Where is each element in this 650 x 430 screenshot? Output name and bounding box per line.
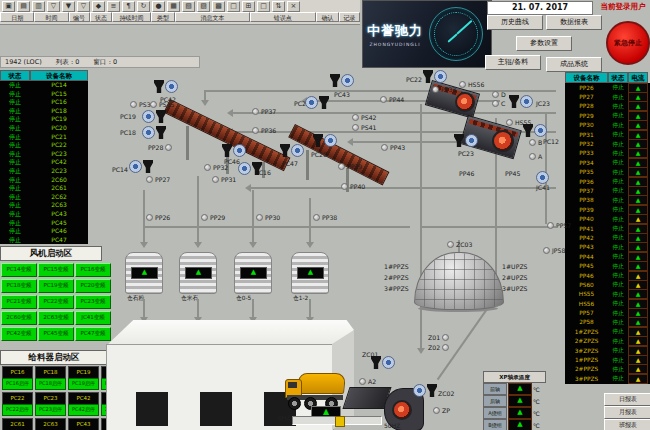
machine-PC18[interactable] (142, 126, 166, 139)
fan-start-button-PC45变频[interactable]: PC45变频 (38, 327, 74, 341)
fan-start-button-PC19变频[interactable]: PC19变频 (38, 279, 74, 293)
equipment-name: PC42 (30, 158, 88, 167)
toolbar-icon[interactable]: ▧ (182, 1, 195, 12)
diagram-label-PP57: PP57 (547, 222, 571, 229)
fan-icon (129, 160, 142, 173)
status-dot-icon (380, 96, 387, 103)
machine-PC46[interactable] (222, 144, 246, 157)
toolbar-icon[interactable]: ⇅ (272, 1, 285, 12)
toolbar-icon[interactable]: ▨ (197, 1, 210, 12)
equipment-status: 停止 (608, 299, 628, 308)
status-list-count: 列表：0 (56, 58, 80, 67)
status-dot-icon (506, 119, 513, 126)
feeder-start-button-PC23[interactable]: PC23启停 (35, 404, 66, 416)
nav-button-成品系统[interactable]: 成品系统 (546, 57, 602, 72)
fan-start-button-PC14变频[interactable]: PC14变频 (1, 263, 37, 277)
nav-button-历史曲线[interactable]: 历史曲线 (487, 15, 543, 30)
toolbar-icon[interactable]: ▣ (2, 1, 15, 12)
report-button-月报表[interactable]: 月报表 (604, 406, 650, 419)
machine-PC19[interactable] (142, 110, 166, 123)
feeder-zone-title: 给料器启动区 (0, 350, 108, 365)
equipment-status: 停止 (0, 167, 30, 176)
equipment-row: 停止PC23 (0, 150, 88, 159)
feeder-start-button-PC18[interactable]: PC18启停 (35, 378, 66, 390)
toolbar-icon[interactable]: ⊞ (242, 1, 255, 12)
nav-button-主辊/备料[interactable]: 主辊/备料 (485, 55, 541, 70)
equipment-row: 3#ZPZS停止▲ (565, 346, 650, 355)
fan-start-button-PC23变频[interactable]: PC23变频 (75, 295, 111, 309)
fan-start-button-PC18变频[interactable]: PC18变频 (1, 279, 37, 293)
report-button-日报表[interactable]: 日报表 (604, 393, 650, 406)
hopper-icon (509, 95, 519, 108)
toolbar-icon[interactable]: × (287, 1, 300, 12)
equipment-name: PC43 (30, 210, 88, 219)
toolbar-icon[interactable]: ▽ (47, 1, 60, 12)
machine-PC12[interactable] (523, 124, 547, 137)
brand-subtitle: ZHONGYUDINGLI (369, 42, 420, 47)
equipment-row: PP46停止▲ (565, 271, 650, 280)
machine-PC14[interactable] (129, 160, 153, 173)
current-user-label: 当前登录用户 (596, 2, 650, 12)
toolbar-icon[interactable]: ▼ (62, 1, 75, 12)
fan-start-button-PC22变频[interactable]: PC22变频 (38, 295, 74, 309)
nav-button-参数设置[interactable]: 参数设置 (516, 36, 572, 51)
toolbar-icon[interactable]: ▥ (32, 1, 45, 12)
fan-start-button-PC21变频[interactable]: PC21变频 (1, 295, 37, 309)
diagram-label-2#PPZS: 2#PPZS (384, 275, 409, 281)
equipment-name: 3#ZPZS (565, 348, 608, 354)
machine-PC43[interactable] (330, 74, 354, 87)
toolbar-icon[interactable]: ↻ (137, 1, 150, 12)
toolbar-icon[interactable]: ▽ (77, 1, 90, 12)
toolbar-icon[interactable]: □ (257, 1, 270, 12)
warehouse-door (136, 392, 168, 426)
status-dot-icon (529, 139, 536, 146)
equipment-row: 停止PC18 (0, 107, 88, 116)
machine-PC47[interactable] (280, 144, 304, 157)
fan-start-button-2C60变频[interactable]: 2C60变频 (1, 311, 37, 325)
feeder-start-button-PC22[interactable]: PC22启停 (2, 404, 33, 416)
machine-PC23[interactable] (454, 134, 478, 147)
machine-PC21[interactable] (305, 96, 329, 109)
status-dot-icon (442, 344, 449, 351)
fan-start-button-PC20变频[interactable]: PC20变频 (75, 279, 111, 293)
nav-button-数据报表[interactable]: 数据报表 (546, 15, 602, 30)
equipment-name: 2#PPZS (565, 366, 608, 372)
emergency-stop-button[interactable]: 紧急停止 (606, 21, 650, 65)
toolbar-icon[interactable]: ◆ (92, 1, 105, 12)
diagram-label-2#UPZS: 2#UPZS (502, 275, 528, 281)
toolbar-icon[interactable]: ▦ (167, 1, 180, 12)
diagram-label-PP30: PP30 (256, 214, 280, 221)
equipment-row: PP57停止▲ (565, 308, 650, 317)
toolbar-icon[interactable]: □ (227, 1, 240, 12)
flow-arrow (194, 242, 202, 248)
diagram-label-B: B (529, 139, 542, 146)
toolbar-icon[interactable]: ▩ (212, 1, 225, 12)
machine-PC42[interactable] (154, 80, 178, 93)
toolbar-icon[interactable]: ● (152, 1, 165, 12)
equipment-status: 停止 (608, 196, 628, 205)
fan-start-button-PC42变频[interactable]: PC42变频 (1, 327, 37, 341)
toolbar-icon[interactable]: ≡ (107, 1, 120, 12)
toolbar-icon[interactable]: ▤ (17, 1, 30, 12)
slider-thumb[interactable] (335, 416, 345, 427)
machine-JC23[interactable] (509, 95, 533, 108)
machine-ZC01[interactable] (371, 356, 395, 369)
fan-start-button-PC47变频[interactable]: PC47变频 (75, 327, 111, 341)
feeder-start-button-PC19[interactable]: PC19启停 (68, 378, 99, 390)
diagram-label-PP27: PP27 (146, 176, 170, 183)
fan-start-button-2C63变频[interactable]: 2C63变频 (38, 311, 74, 325)
machine-JC41[interactable] (536, 171, 549, 184)
conveyor-leg (306, 150, 309, 180)
machine-ZC02[interactable] (413, 384, 437, 397)
machine-PC20[interactable] (313, 134, 337, 147)
diagram-label-PS41: PS41 (352, 124, 377, 131)
feeder-start-button-PC16[interactable]: PC16启停 (2, 378, 33, 390)
report-button-班报表[interactable]: 班报表 (604, 419, 650, 430)
toolbar-icon[interactable]: ¶ (122, 1, 135, 12)
feeder-start-button-PC42[interactable]: PC42启停 (68, 404, 99, 416)
fan-start-button-PC15变频[interactable]: PC15变频 (38, 263, 74, 277)
fan-start-button-JC41变频[interactable]: JC41变频 (75, 311, 111, 325)
machine-PC22[interactable] (423, 70, 447, 83)
fan-start-button-PC16变频[interactable]: PC16变频 (75, 263, 111, 277)
machine-PC16[interactable] (238, 162, 262, 175)
